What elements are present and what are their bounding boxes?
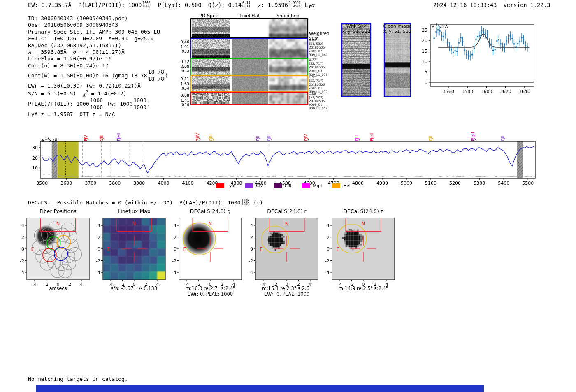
- bottom-separator-bar: [36, 385, 484, 392]
- panel-title-3: DECaLS(24.0) r: [267, 208, 307, 214]
- spec2d-header-smoothed: Smoothed: [276, 13, 300, 19]
- legend-swatch-icon: [274, 183, 282, 188]
- spec2d-row-0-annotation: 0.80"(51, 532)20180506v009_02309_LU_060: [309, 38, 327, 57]
- panel-title-4: DECaLS(24.0) z: [344, 208, 383, 214]
- emission-bracket-icon: [370, 138, 374, 140]
- emission-bracket-icon: [471, 138, 476, 140]
- spectrum-legend: LyαCIVCIIIMgIIHeII: [40, 183, 528, 188]
- legend-item-civ: CIV: [245, 183, 263, 188]
- emission-bracket-icon: [209, 138, 214, 140]
- legend-item-ciii: CIII: [274, 183, 292, 188]
- info-line-4: RA,Dec (232.068192,51.158371): [28, 42, 168, 49]
- emission-bracket-icon: [84, 138, 88, 140]
- legend-swatch-icon: [245, 183, 253, 188]
- header-summary-line: EW: 0.7±35.7Å P(LAE)/P(OII): 10001000100…: [28, 2, 315, 9]
- panel-caption1-3: m:15.1 re:2.3" s:2.6": [262, 285, 311, 291]
- emission-bracket-icon: [267, 138, 272, 140]
- panel-caption1-1: s/b: -3.57 +/- 0.133: [111, 285, 157, 291]
- emission-bracket-icon: [196, 138, 200, 140]
- legend-item-lyα: Lyα: [216, 183, 235, 188]
- elixer-report-page: EW: 0.7±35.7Å P(LAE)/P(OII): 10001000100…: [0, 0, 576, 392]
- info-line-8: Cont(w) = 1.50(±0.00)e-16 (gmag 18.7818.…: [28, 69, 168, 83]
- detection-info-block: ID: 3000940343 (3000940343.pdf)Obs: 2018…: [28, 15, 168, 118]
- spec2d-row-0-left-label: 0.461.01053: [173, 39, 189, 54]
- decals-match-line: DECaLS : Possible Matches = 0 (within +/…: [28, 199, 263, 206]
- panel-title-2: DECaLS(24.0) g: [190, 208, 230, 214]
- panel-caption2-3: EWr: 0. PLAE: 1000: [264, 291, 309, 297]
- clean-image-title: Clean Imagex, y: 51, 532: [383, 14, 411, 44]
- emission-bracket-icon: [304, 138, 309, 140]
- info-line-2: Primary Spec_Slot_IFU_AMP: 309_046_005_L…: [28, 29, 168, 35]
- panel-caption2-2: EWr: 0. PLAE: 1000: [188, 291, 233, 297]
- emission-bracket-icon: [429, 138, 433, 140]
- legend-swatch-icon: [332, 183, 340, 188]
- info-line-7: Cont(n) = 8.30(±0.24)e-17: [28, 63, 168, 69]
- info-line-5: λ = 3596.85Å σ = 4.00(±1.27)Å: [28, 49, 168, 56]
- legend-swatch-icon: [302, 183, 310, 188]
- info-line-1: Obs: 20180506v009_3000940343: [28, 22, 168, 28]
- footer-line-1: No matching targets in catalog.: [28, 376, 128, 383]
- spec2d-row-2-annotation: 1.51"(52, 717)20180506v009_01309_LU_079: [309, 75, 327, 94]
- legend-item-mgii: MgII: [302, 183, 322, 188]
- legend-item-heii: HeII: [332, 183, 352, 188]
- spec2d-header-2dspec: 2D Spec: [199, 13, 218, 19]
- info-line-9: EWr = 1.30(±0.39) (w: 0.72(±0.22))Å: [28, 83, 168, 89]
- info-line-12: LyA z = 1.9587 OII z = N/A: [28, 111, 168, 118]
- spec2d-row-1-left-label: 0.122.08034: [173, 59, 189, 74]
- panel-caption1-4: m:14.9 re:2.5" s:2.4": [339, 285, 388, 291]
- spec2d-header-pixelflat: Pixel Flat: [239, 13, 260, 19]
- spec2d-row-3-annotation: 1.06"(51, 523)20180506v009_01309_LU_059: [309, 92, 327, 110]
- emission-bracket-icon: [355, 138, 360, 140]
- header-timestamp-version: 2024-12-16 10:33:43 Version 1.22.3: [433, 2, 550, 8]
- panel-caption1-2: m:16.0 re:2.7" s:2.4": [186, 285, 235, 291]
- info-line-11: P(LAE)/P(OII): 100010001000 (w: 10001000…: [28, 97, 168, 111]
- spec2d-row-3-left-label: 0.081.41054: [173, 93, 189, 107]
- info-line-3: F=1.4" T=0.136 N=2.09 A=0.93 g=25.0: [28, 35, 168, 42]
- info-line-10: S/N = 5.3(±0.5) χ2 = 1.4(±0.2): [28, 89, 168, 97]
- spec2d-row-1-annotation: 0.77"(52, 717)20180506v009_03309_LU_079: [309, 58, 327, 77]
- panel-caption1-0: arcsecs: [49, 285, 67, 291]
- fit-plot-ylabel: e-17x2Å: [432, 23, 448, 29]
- emission-bracket-icon: [256, 138, 260, 140]
- emission-bracket-icon: [117, 138, 121, 140]
- info-line-6: LineFlux = 3.20(±0.97)e-16: [28, 56, 168, 62]
- legend-swatch-icon: [216, 183, 224, 188]
- with-sky-title: With Skyx, y: 51, 532: [342, 14, 370, 44]
- panel-title-0: Fiber Positions: [39, 208, 77, 214]
- spectrum-ylabel: e-17x2Å: [41, 137, 58, 143]
- spec2d-row-2-left-label: 0.111.63034: [173, 77, 189, 91]
- emission-bracket-icon: [100, 138, 104, 140]
- panel-title-1: Lineflux Map: [118, 208, 151, 214]
- info-line-0: ID: 3000940343 (3000940343.pdf): [28, 15, 168, 22]
